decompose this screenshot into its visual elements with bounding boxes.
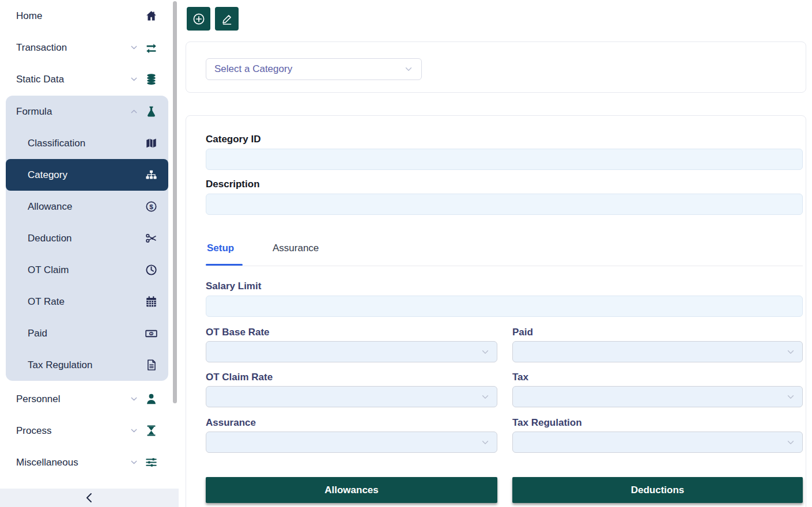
category-select-placeholder: Select a Category: [214, 63, 404, 75]
category-id-input[interactable]: [206, 149, 803, 170]
sidebar-item-ot-rate[interactable]: OT Rate: [6, 286, 168, 317]
user-icon: [145, 393, 157, 405]
sidebar-item-label: OT Claim: [28, 264, 145, 276]
category-id-label: Category ID: [206, 134, 260, 145]
tab-setup[interactable]: Setup: [207, 243, 234, 254]
paid-select[interactable]: [512, 341, 803, 362]
sidebar-item-deduction[interactable]: Deduction: [6, 222, 168, 254]
sidebar-item-allowance[interactable]: Allowance $: [6, 191, 168, 222]
sidebar-item-static-data[interactable]: Static Data: [6, 63, 168, 95]
sidebar-item-personnel[interactable]: Personnel: [6, 383, 168, 415]
assurance-label: Assurance: [206, 417, 497, 429]
map-icon: [145, 138, 157, 149]
ot-base-rate-select[interactable]: [206, 341, 497, 362]
sidebar-item-classification[interactable]: Classification: [6, 127, 168, 159]
chevron-left-icon: [84, 491, 95, 504]
ot-claim-rate-label: OT Claim Rate: [206, 372, 497, 383]
sliders-icon: [145, 456, 157, 468]
sidebar-scrollbar[interactable]: [173, 1, 177, 403]
chevron-down-icon: [130, 426, 138, 435]
tax-label: Tax: [512, 372, 803, 383]
chevron-down-icon: [481, 347, 490, 357]
flask-icon: [145, 105, 157, 118]
chevron-down-icon: [786, 347, 795, 357]
paid-label: Paid: [512, 327, 803, 338]
sidebar-item-label: Paid: [28, 328, 145, 339]
sidebar-item-ot-claim[interactable]: OT Claim: [6, 254, 168, 286]
tax-regulation-label: Tax Regulation: [512, 417, 803, 429]
sidebar: Home Transaction Static Data Formula: [0, 0, 179, 507]
edit-button[interactable]: [215, 7, 239, 31]
chevron-down-icon: [130, 43, 138, 52]
transfer-arrows-icon: [145, 42, 157, 54]
sidebar-item-label: Allowance: [28, 201, 145, 213]
sidebar-item-label: Personnel: [16, 394, 130, 405]
sidebar-item-transaction[interactable]: Transaction: [6, 32, 168, 63]
allowances-button[interactable]: Allowances: [206, 477, 497, 503]
sidebar-item-tax-regulation[interactable]: Tax Regulation: [6, 349, 168, 381]
sidebar-item-label: Process: [16, 425, 130, 437]
clock-icon: [145, 264, 157, 276]
sidebar-item-label: Deduction: [28, 233, 145, 244]
sidebar-group-formula: Formula Classification Category Allowanc…: [6, 96, 168, 381]
document-icon: [145, 359, 157, 371]
sidebar-collapse-button[interactable]: [0, 489, 179, 507]
tabs-divider: [206, 266, 803, 266]
circle-plus-icon: [192, 12, 206, 26]
pencil-icon: [221, 13, 233, 25]
calendar-icon: [145, 296, 157, 308]
assurance-select[interactable]: [206, 432, 497, 453]
add-button[interactable]: [187, 7, 210, 31]
sidebar-item-label: Formula: [16, 106, 130, 118]
home-icon: [145, 10, 157, 22]
category-editor-card: Category ID Description Setup Assurance …: [186, 115, 806, 507]
ot-base-rate-label: OT Base Rate: [206, 327, 497, 338]
tax-regulation-select[interactable]: [512, 432, 803, 453]
money-bill-icon: 1: [145, 328, 157, 339]
sidebar-item-label: Classification: [28, 138, 145, 149]
tax-select[interactable]: [512, 386, 803, 407]
chevron-down-icon: [786, 438, 795, 447]
sidebar-item-label: Miscellaneous: [16, 457, 130, 468]
dollar-circle-icon: $: [145, 200, 157, 213]
hourglass-icon: [145, 425, 157, 437]
scissors-icon: [145, 232, 157, 244]
svg-text:$: $: [149, 203, 153, 211]
sidebar-item-label: Category: [28, 169, 145, 181]
main-content: Select a Category Category ID Descriptio…: [179, 0, 812, 507]
sidebar-item-label: Tax Regulation: [28, 360, 145, 371]
sidebar-item-label: Transaction: [16, 42, 130, 54]
sidebar-item-formula[interactable]: Formula: [6, 96, 168, 127]
description-label: Description: [206, 179, 260, 190]
chevron-down-icon: [404, 65, 413, 74]
chevron-up-icon: [130, 107, 138, 116]
salary-limit-label: Salary Limit: [206, 281, 261, 292]
chevron-down-icon: [481, 438, 490, 447]
description-input[interactable]: [206, 194, 803, 215]
sidebar-item-home[interactable]: Home: [6, 0, 168, 32]
svg-text:1: 1: [150, 331, 152, 335]
chevron-down-icon: [130, 75, 138, 84]
salary-limit-input[interactable]: [206, 296, 803, 317]
chevron-down-icon: [481, 392, 490, 402]
sidebar-item-label: OT Rate: [28, 296, 145, 308]
ot-claim-rate-select[interactable]: [206, 386, 497, 407]
chevron-down-icon: [130, 458, 138, 467]
tab-assurance[interactable]: Assurance: [273, 243, 319, 254]
database-icon: [145, 73, 157, 85]
sidebar-item-label: Static Data: [16, 74, 130, 85]
chevron-down-icon: [130, 395, 138, 403]
deductions-button[interactable]: Deductions: [512, 477, 803, 503]
category-select[interactable]: Select a Category: [206, 58, 422, 80]
category-picker-card: Select a Category: [186, 41, 806, 93]
sidebar-item-miscellaneous[interactable]: Miscellaneous: [6, 447, 168, 478]
sidebar-item-process[interactable]: Process: [6, 415, 168, 447]
chevron-down-icon: [786, 392, 795, 402]
sidebar-item-category[interactable]: Category: [6, 159, 168, 191]
sidebar-item-label: Home: [16, 10, 145, 22]
toolbar: [187, 7, 239, 31]
sidebar-item-paid[interactable]: Paid 1: [6, 317, 168, 349]
sitemap-icon: [145, 169, 157, 180]
